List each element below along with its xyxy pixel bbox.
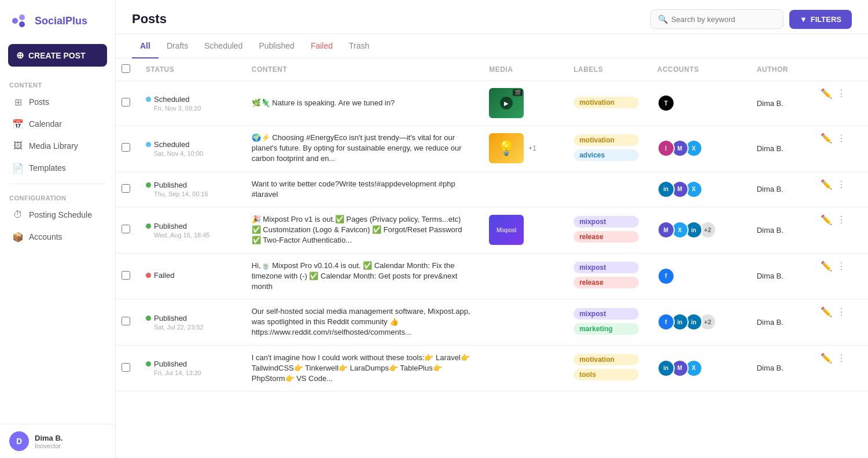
sidebar-item-media-library[interactable]: 🖼 Media Library xyxy=(3,135,112,156)
app-name: SocialPlus xyxy=(35,15,87,27)
edit-icon[interactable]: ✏️ xyxy=(821,214,832,225)
status-cell: Published Wed, Aug 16, 18:45 xyxy=(137,207,242,253)
row-checkbox[interactable] xyxy=(122,363,130,372)
sidebar-item-posting-schedule[interactable]: ⏱ Posting Schedule xyxy=(3,204,112,225)
search-icon: 🔍 xyxy=(658,14,668,24)
status-cell: Published Sat, Jul 22, 23:52 xyxy=(137,299,242,346)
svg-point-0 xyxy=(12,18,18,24)
labels-cell: mixpostmarketing xyxy=(564,299,648,346)
tabs-bar: All Drafts Scheduled Published Failed Tr… xyxy=(116,34,868,58)
account-avatar: f xyxy=(657,313,675,331)
accounts-cell: inMX xyxy=(657,360,738,377)
col-labels: Labels xyxy=(564,58,648,81)
labels-cell: motivationadvices xyxy=(564,126,648,172)
status-date: Fri, Nov 3, 09:20 xyxy=(154,105,233,112)
author-cell: Dima B. xyxy=(748,299,812,346)
accounts-cell-td: inMX xyxy=(648,345,748,391)
more-icon[interactable]: ⋮ xyxy=(837,133,846,144)
sidebar-item-posts[interactable]: ⊞ Posts xyxy=(3,91,112,112)
image-icon: 🖼 xyxy=(13,141,23,151)
configuration-section-label: Configuration xyxy=(0,189,115,204)
accounts-cell-td: inMX xyxy=(648,171,748,207)
status-dot xyxy=(146,223,151,229)
row-checkbox[interactable] xyxy=(122,98,130,107)
row-checkbox[interactable] xyxy=(122,317,130,325)
edit-icon[interactable]: ✏️ xyxy=(821,353,832,364)
account-avatar: in xyxy=(657,360,675,377)
search-input[interactable] xyxy=(671,15,776,24)
sidebar-item-label: Posts xyxy=(29,97,49,107)
status-dot xyxy=(146,142,151,147)
table-row: Scheduled Fri, Nov 3, 09:20 🌿🦎 Nature is… xyxy=(116,81,868,126)
col-content: Content xyxy=(242,58,480,81)
sidebar-item-label: Calendar xyxy=(29,119,62,129)
tab-all[interactable]: All xyxy=(132,34,159,58)
user-name: Dima B. xyxy=(35,434,62,442)
row-checkbox[interactable] xyxy=(122,143,130,152)
select-all-checkbox[interactable] xyxy=(122,64,130,73)
more-icon[interactable]: ⋮ xyxy=(837,353,846,364)
app-logo: SocialPlus xyxy=(0,0,115,42)
status-label: Scheduled xyxy=(154,95,189,104)
sidebar-item-label: Accounts xyxy=(29,232,62,241)
row-checkbox-cell xyxy=(116,126,137,172)
actions-cell: ✏️ ⋮ xyxy=(811,299,868,324)
sidebar-item-accounts[interactable]: 📦 Accounts xyxy=(3,226,112,247)
template-icon: 📄 xyxy=(13,163,23,173)
sidebar-divider xyxy=(9,184,106,184)
more-icon[interactable]: ⋮ xyxy=(837,214,846,225)
tab-published[interactable]: Published xyxy=(251,34,303,58)
media-cell xyxy=(480,253,564,299)
tab-scheduled[interactable]: Scheduled xyxy=(196,34,251,58)
row-checkbox-cell xyxy=(116,171,137,207)
edit-icon[interactable]: ✏️ xyxy=(821,133,832,144)
filters-label: FILTERS xyxy=(811,15,841,24)
search-box: 🔍 xyxy=(650,9,784,29)
tab-trash[interactable]: Trash xyxy=(341,34,377,58)
labels-cell: motivation xyxy=(564,81,648,126)
accounts-cell-td: f xyxy=(648,253,748,299)
accounts-cell-td: finin+2 xyxy=(648,299,748,346)
more-icon[interactable]: ⋮ xyxy=(837,306,846,317)
status-cell: Published Fri, Jul 14, 13:20 xyxy=(137,345,242,391)
label-pill: motivation xyxy=(573,354,639,365)
row-checkbox[interactable] xyxy=(122,184,130,193)
more-icon[interactable]: ⋮ xyxy=(837,88,846,99)
labels-cell xyxy=(564,171,648,207)
account-avatar: in xyxy=(657,181,675,198)
row-checkbox[interactable] xyxy=(122,271,130,280)
label-pill: advices xyxy=(573,149,639,161)
tab-drafts[interactable]: Drafts xyxy=(159,34,196,58)
edit-icon[interactable]: ✏️ xyxy=(821,306,832,317)
more-icon[interactable]: ⋮ xyxy=(837,179,846,190)
edit-icon[interactable]: ✏️ xyxy=(821,88,832,99)
media-count: +1 xyxy=(528,144,536,152)
header-actions: 🔍 ▼ FILTERS xyxy=(650,9,852,29)
labels-cell: mixpostrelease xyxy=(564,253,648,299)
media-cell: Mixpost xyxy=(480,207,564,253)
media-thumbnail: Mixpost xyxy=(489,215,524,245)
user-profile[interactable]: D Dima B. Inovector xyxy=(0,424,115,458)
status-label: Published xyxy=(154,181,187,189)
media-cell xyxy=(480,299,564,346)
sidebar-item-calendar[interactable]: 📅 Calendar xyxy=(3,113,112,134)
edit-icon[interactable]: ✏️ xyxy=(821,179,832,190)
media-thumbnail: 💡 xyxy=(489,133,524,163)
status-label: Published xyxy=(154,360,187,368)
tab-failed[interactable]: Failed xyxy=(303,34,341,58)
page-title: Posts xyxy=(132,12,167,27)
filters-button[interactable]: ▼ FILTERS xyxy=(789,10,852,29)
col-accounts: Accounts xyxy=(648,58,748,81)
media-thumbnail: ▶ 🎬 xyxy=(489,88,524,118)
status-cell: Failed xyxy=(137,253,242,299)
edit-icon[interactable]: ✏️ xyxy=(821,261,832,272)
row-checkbox[interactable] xyxy=(122,225,130,233)
content-cell: 🌿🦎 Nature is speaking. Are we tuned in? xyxy=(242,81,480,126)
more-icon[interactable]: ⋮ xyxy=(837,261,846,272)
accounts-cell: MXin+2 xyxy=(657,221,738,239)
sidebar-item-templates[interactable]: 📄 Templates xyxy=(3,157,112,178)
create-post-button[interactable]: ⊕ CREATE POST xyxy=(8,44,107,67)
account-avatar: I xyxy=(657,140,675,157)
filter-icon: ▼ xyxy=(800,15,807,24)
svg-point-1 xyxy=(19,14,25,20)
